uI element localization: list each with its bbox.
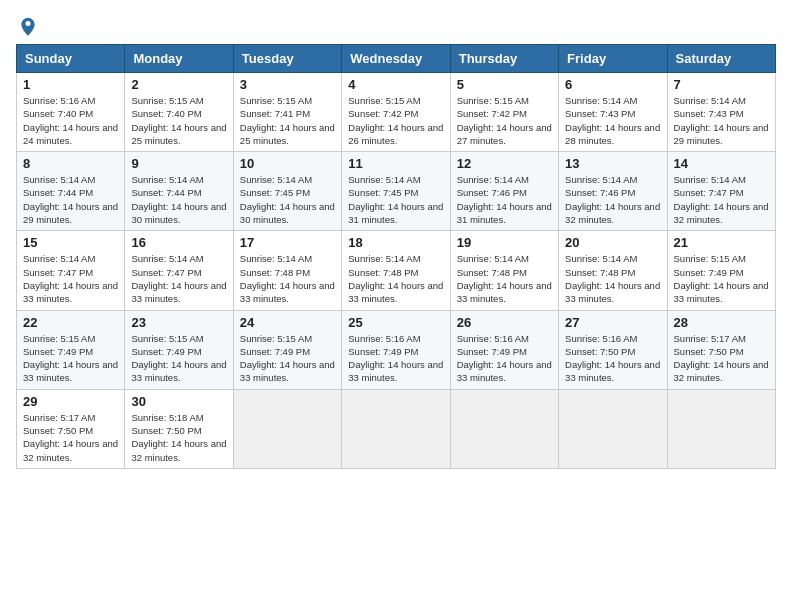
day-23: 23Sunrise: 5:15 AMSunset: 7:49 PMDayligh… xyxy=(125,310,233,389)
header-tuesday: Tuesday xyxy=(233,45,341,73)
day-6: 6Sunrise: 5:14 AMSunset: 7:43 PMDaylight… xyxy=(559,73,667,152)
week-row-3: 22Sunrise: 5:15 AMSunset: 7:49 PMDayligh… xyxy=(17,310,776,389)
day-2: 2Sunrise: 5:15 AMSunset: 7:40 PMDaylight… xyxy=(125,73,233,152)
day-15: 15Sunrise: 5:14 AMSunset: 7:47 PMDayligh… xyxy=(17,231,125,310)
header-monday: Monday xyxy=(125,45,233,73)
day-11: 11Sunrise: 5:14 AMSunset: 7:45 PMDayligh… xyxy=(342,152,450,231)
header-wednesday: Wednesday xyxy=(342,45,450,73)
header-sunday: Sunday xyxy=(17,45,125,73)
day-empty xyxy=(559,389,667,468)
day-20: 20Sunrise: 5:14 AMSunset: 7:48 PMDayligh… xyxy=(559,231,667,310)
day-8: 8Sunrise: 5:14 AMSunset: 7:44 PMDaylight… xyxy=(17,152,125,231)
day-30: 30Sunrise: 5:18 AMSunset: 7:50 PMDayligh… xyxy=(125,389,233,468)
day-21: 21Sunrise: 5:15 AMSunset: 7:49 PMDayligh… xyxy=(667,231,775,310)
week-row-2: 15Sunrise: 5:14 AMSunset: 7:47 PMDayligh… xyxy=(17,231,776,310)
day-5: 5Sunrise: 5:15 AMSunset: 7:42 PMDaylight… xyxy=(450,73,558,152)
day-9: 9Sunrise: 5:14 AMSunset: 7:44 PMDaylight… xyxy=(125,152,233,231)
day-14: 14Sunrise: 5:14 AMSunset: 7:47 PMDayligh… xyxy=(667,152,775,231)
day-18: 18Sunrise: 5:14 AMSunset: 7:48 PMDayligh… xyxy=(342,231,450,310)
day-3: 3Sunrise: 5:15 AMSunset: 7:41 PMDaylight… xyxy=(233,73,341,152)
day-empty xyxy=(667,389,775,468)
day-26: 26Sunrise: 5:16 AMSunset: 7:49 PMDayligh… xyxy=(450,310,558,389)
day-19: 19Sunrise: 5:14 AMSunset: 7:48 PMDayligh… xyxy=(450,231,558,310)
day-13: 13Sunrise: 5:14 AMSunset: 7:46 PMDayligh… xyxy=(559,152,667,231)
logo-icon xyxy=(18,16,38,36)
day-29: 29Sunrise: 5:17 AMSunset: 7:50 PMDayligh… xyxy=(17,389,125,468)
day-16: 16Sunrise: 5:14 AMSunset: 7:47 PMDayligh… xyxy=(125,231,233,310)
header-thursday: Thursday xyxy=(450,45,558,73)
day-12: 12Sunrise: 5:14 AMSunset: 7:46 PMDayligh… xyxy=(450,152,558,231)
week-row-0: 1Sunrise: 5:16 AMSunset: 7:40 PMDaylight… xyxy=(17,73,776,152)
day-empty xyxy=(342,389,450,468)
day-4: 4Sunrise: 5:15 AMSunset: 7:42 PMDaylight… xyxy=(342,73,450,152)
day-empty xyxy=(233,389,341,468)
day-17: 17Sunrise: 5:14 AMSunset: 7:48 PMDayligh… xyxy=(233,231,341,310)
day-25: 25Sunrise: 5:16 AMSunset: 7:49 PMDayligh… xyxy=(342,310,450,389)
day-28: 28Sunrise: 5:17 AMSunset: 7:50 PMDayligh… xyxy=(667,310,775,389)
day-empty xyxy=(450,389,558,468)
logo xyxy=(16,16,38,36)
header-friday: Friday xyxy=(559,45,667,73)
calendar: SundayMondayTuesdayWednesdayThursdayFrid… xyxy=(16,44,776,469)
day-10: 10Sunrise: 5:14 AMSunset: 7:45 PMDayligh… xyxy=(233,152,341,231)
header-saturday: Saturday xyxy=(667,45,775,73)
day-7: 7Sunrise: 5:14 AMSunset: 7:43 PMDaylight… xyxy=(667,73,775,152)
page-header xyxy=(16,16,776,36)
day-24: 24Sunrise: 5:15 AMSunset: 7:49 PMDayligh… xyxy=(233,310,341,389)
week-row-4: 29Sunrise: 5:17 AMSunset: 7:50 PMDayligh… xyxy=(17,389,776,468)
day-22: 22Sunrise: 5:15 AMSunset: 7:49 PMDayligh… xyxy=(17,310,125,389)
day-1: 1Sunrise: 5:16 AMSunset: 7:40 PMDaylight… xyxy=(17,73,125,152)
header-row: SundayMondayTuesdayWednesdayThursdayFrid… xyxy=(17,45,776,73)
day-27: 27Sunrise: 5:16 AMSunset: 7:50 PMDayligh… xyxy=(559,310,667,389)
week-row-1: 8Sunrise: 5:14 AMSunset: 7:44 PMDaylight… xyxy=(17,152,776,231)
